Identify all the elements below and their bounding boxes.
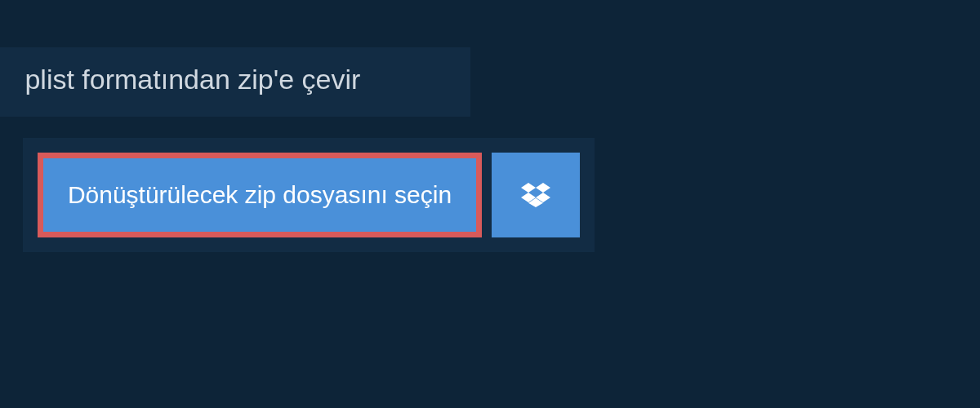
page-title: plist formatından zip'e çevir [24,64,360,95]
dropbox-icon [521,180,550,210]
header-bar: plist formatından zip'e çevir [0,47,470,117]
dropbox-button[interactable] [492,153,580,237]
file-select-panel: Dönüştürülecek zip dosyasını seçin [23,138,595,252]
select-file-button[interactable]: Dönüştürülecek zip dosyasını seçin [38,153,482,237]
select-file-label: Dönüştürülecek zip dosyasını seçin [68,181,452,209]
top-spacer [0,0,980,47]
